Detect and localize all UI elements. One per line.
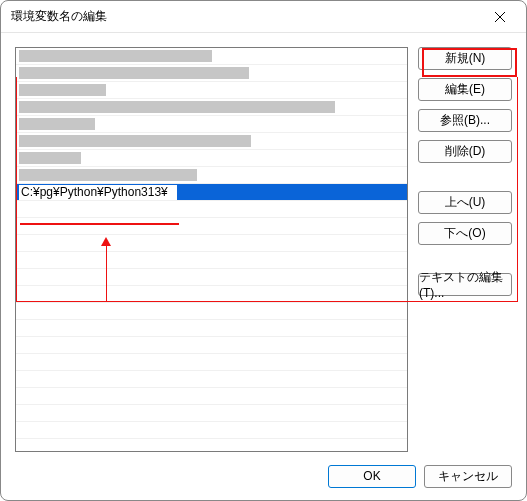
path-list-row[interactable]: [16, 65, 407, 82]
close-button[interactable]: [480, 3, 520, 31]
move-up-button[interactable]: 上へ(U): [418, 191, 512, 214]
path-list-row-empty[interactable]: [16, 201, 407, 218]
redacted-text: [19, 101, 335, 113]
redacted-text: [19, 152, 81, 164]
path-list-row-empty[interactable]: [16, 269, 407, 286]
path-list-row[interactable]: [16, 150, 407, 167]
edit-text-button[interactable]: テキストの編集(T)...: [418, 273, 512, 296]
side-button-column: 新規(N) 編集(E) 参照(B)... 削除(D) 上へ(U) 下へ(O) テ…: [418, 47, 512, 452]
cancel-button[interactable]: キャンセル: [424, 465, 512, 488]
path-list-row-empty[interactable]: [16, 235, 407, 252]
close-icon: [495, 12, 505, 22]
browse-button[interactable]: 参照(B)...: [418, 109, 512, 132]
path-list-row-empty[interactable]: [16, 371, 407, 388]
path-edit-input[interactable]: [19, 185, 177, 200]
new-button[interactable]: 新規(N): [418, 47, 512, 70]
path-list-row[interactable]: [16, 99, 407, 116]
redacted-text: [19, 67, 249, 79]
path-list-row-empty[interactable]: [16, 422, 407, 439]
path-list-row[interactable]: [16, 116, 407, 133]
path-list-row-empty[interactable]: [16, 218, 407, 235]
path-listbox[interactable]: [15, 47, 408, 452]
path-list-row-empty[interactable]: [16, 252, 407, 269]
window-title: 環境変数名の編集: [11, 8, 480, 25]
redacted-text: [19, 84, 106, 96]
path-list-row[interactable]: [16, 48, 407, 65]
path-list-row[interactable]: [16, 167, 407, 184]
edit-button[interactable]: 編集(E): [418, 78, 512, 101]
redacted-text: [19, 50, 212, 62]
dialog-window: 環境変数名の編集 新規(N) 編集(E) 参照(B)... 削除(D) 上へ(U…: [0, 0, 527, 501]
path-list-row-editing[interactable]: [16, 184, 407, 201]
path-list-row-empty[interactable]: [16, 320, 407, 337]
move-down-button[interactable]: 下へ(O): [418, 222, 512, 245]
path-list-row-empty[interactable]: [16, 303, 407, 320]
path-list-wrapper: [15, 47, 408, 452]
path-list-row-empty[interactable]: [16, 286, 407, 303]
redacted-text: [19, 118, 95, 130]
path-list-row[interactable]: [16, 133, 407, 150]
titlebar: 環境変数名の編集: [1, 1, 526, 33]
path-list-row-empty[interactable]: [16, 405, 407, 422]
dialog-footer: OK キャンセル: [1, 452, 526, 500]
path-list-row-empty[interactable]: [16, 439, 407, 452]
dialog-body: 新規(N) 編集(E) 参照(B)... 削除(D) 上へ(U) 下へ(O) テ…: [1, 33, 526, 452]
redacted-text: [19, 135, 251, 147]
path-list-row-empty[interactable]: [16, 337, 407, 354]
path-list-row-empty[interactable]: [16, 388, 407, 405]
ok-button[interactable]: OK: [328, 465, 416, 488]
path-list-row-empty[interactable]: [16, 354, 407, 371]
path-list-row[interactable]: [16, 82, 407, 99]
delete-button[interactable]: 削除(D): [418, 140, 512, 163]
redacted-text: [19, 169, 197, 181]
